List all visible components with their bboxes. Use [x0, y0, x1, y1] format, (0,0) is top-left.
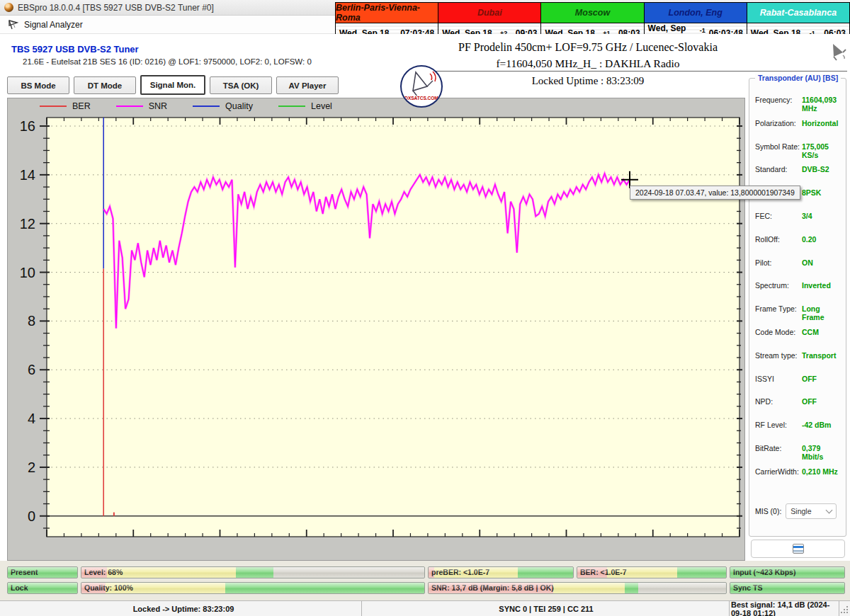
row-polarization: Polarization:Horizontal: [755, 119, 843, 142]
svg-text:6: 6: [28, 362, 35, 377]
status-uptime: Locked -> Uptime: 83:23:09: [6, 601, 362, 616]
row-rf-level: RF Level:-42 dBm: [755, 421, 843, 444]
svg-text:4: 4: [28, 411, 35, 426]
session-frequency: f=11604,050 MHz_H_ : DAKHLA Radio: [397, 55, 779, 72]
session-info: PF Prodelin 450cm+ LOF=9.75 GHz / Lucene…: [397, 40, 779, 89]
menu-item-signal-analyzer[interactable]: Signal Analyzer: [24, 20, 83, 30]
input-indicator: Input (~423 Kbps): [730, 566, 845, 578]
row-symbol-rate: Symbol Rate:175,005 KS/s: [755, 142, 843, 166]
lock-indicator: Lock: [7, 582, 78, 594]
mode-tabs: BS Mode DT Mode Signal Mon. TSA (OK) AV …: [7, 76, 339, 95]
clock-city-rabat: Rabat-Casablanca: [747, 3, 849, 23]
svg-text:14: 14: [20, 167, 35, 183]
session-uptime: Locked Uptime : 83:23:09: [397, 72, 779, 89]
status-sync-counters: SYNC 0 | TEI 259 | CC 211: [363, 601, 730, 616]
tab-bs-mode[interactable]: BS Mode: [7, 76, 69, 94]
status-best-signal: Best signal: 14,1 dB (2024-09-18 01:12): [731, 601, 839, 616]
row-fec: FEC:3/4: [755, 212, 843, 235]
mis-label: MIS (0):: [755, 507, 781, 515]
transponder-rows: Frequency:11604,093 MHz Polarization:Hor…: [755, 96, 843, 491]
mis-dropdown[interactable]: Single: [786, 503, 837, 519]
session-dish: PF Prodelin 450cm+ LOF=9.75 GHz / Lucene…: [397, 40, 779, 55]
ebspro-window: EBSpro 18.0.0.4 [TBS 5927 USB DVB-S2 Tun…: [0, 0, 850, 616]
tab-signal-mon[interactable]: Signal Mon.: [140, 75, 205, 95]
chart-tooltip: 2024-09-18 07.03.47, value: 13,800000190…: [630, 186, 800, 200]
list-icon: [793, 544, 804, 554]
row-frequency: Frequency:11604,093 MHz: [755, 96, 843, 119]
chevron-down-icon: [826, 507, 833, 514]
app-icon: [4, 3, 13, 12]
window-title: EBSpro 18.0.0.4 [TBS 5927 USB DVB-S2 Tun…: [18, 3, 214, 13]
dxsatcs-logo-text: DXSATCS.COM: [402, 96, 441, 101]
svg-text:16: 16: [20, 118, 35, 134]
row-frame-type: Frame Type:Long Frame: [755, 304, 843, 328]
row-pilot: Pilot:ON: [755, 258, 843, 282]
svg-text:10: 10: [20, 265, 35, 280]
ber-bar: BER: <1.0E-7: [577, 566, 727, 578]
world-clock-panel: Berlin-Paris-Vienna-Roma Dubai Moscow Lo…: [335, 2, 850, 34]
quality-bar: Quality: 100%: [81, 582, 425, 594]
tuner-details: 21.6E - Eutelsat 21B SES 16 (ID: 0216) @…: [23, 57, 312, 66]
snr-plot[interactable]: 0246810121416: [8, 98, 746, 561]
preber-bar: preBER: <1.0E-7: [428, 566, 574, 578]
menu-bar: Signal Analyzer: [0, 16, 335, 34]
row-code-mode: Code Mode:CCM: [755, 328, 843, 351]
tab-dt-mode[interactable]: DT Mode: [74, 76, 136, 94]
signal-chart[interactable]: BER SNR Quality Level 0246810121416: [7, 98, 745, 561]
dxsatcs-logo: DXSATCS.COM: [400, 65, 443, 108]
tab-av-player[interactable]: AV Player: [276, 76, 339, 94]
mis-row: MIS (0): Single: [755, 503, 843, 519]
satellite-dish-icon: [827, 41, 849, 62]
clock-city-dubai: Dubai: [438, 3, 541, 23]
transponder-panel: Transponder (AU) [BS] Frequency:11604,09…: [749, 78, 846, 537]
svg-text:12: 12: [20, 216, 35, 232]
clock-city-berlin: Berlin-Paris-Vienna-Roma: [336, 3, 438, 23]
svg-text:8: 8: [28, 313, 35, 329]
row-carrier-width: CarrierWidth:0,210 MHz: [755, 467, 843, 491]
signal-status-bars: Present Level: 68% preBER: <1.0E-7 BER: …: [0, 561, 850, 600]
present-indicator: Present: [7, 566, 78, 578]
clock-city-moscow: Moscow: [541, 3, 644, 23]
transponder-panel-title: Transponder (AU) [BS]: [755, 74, 841, 82]
level-bar: Level: 68%: [81, 566, 425, 578]
svg-text:2: 2: [28, 460, 35, 475]
clock-city-london: London, Eng: [645, 3, 747, 23]
status-bar: Locked -> Uptime: 83:23:09 SYNC 0 | TEI …: [0, 600, 850, 616]
snr-bar: SNR: 13,7 dB (Margin: 5,8 dB | OK): [428, 582, 727, 594]
row-rolloff: RollOff:0.20: [755, 235, 843, 258]
tuner-name: TBS 5927 USB DVB-S2 Tuner: [11, 44, 139, 55]
tab-tsa[interactable]: TSA (OK): [210, 76, 272, 94]
satellite-dish-logo-icon: [402, 67, 441, 98]
row-bitrate: BitRate:0,379 Mbit/s: [755, 444, 843, 467]
resize-grip[interactable]: [840, 605, 849, 614]
signal-analyzer-icon: [8, 20, 18, 30]
row-issyi: ISSYIOFF: [755, 375, 843, 398]
row-npd: NPD:OFF: [755, 397, 843, 421]
row-stream-type: Stream type:Transport: [755, 351, 843, 375]
row-spectrum: Spectrum:Inverted: [755, 281, 843, 304]
svg-text:0: 0: [28, 508, 35, 524]
snapshot-button[interactable]: [751, 540, 845, 558]
sync-ts-indicator: Sync TS: [730, 582, 845, 594]
